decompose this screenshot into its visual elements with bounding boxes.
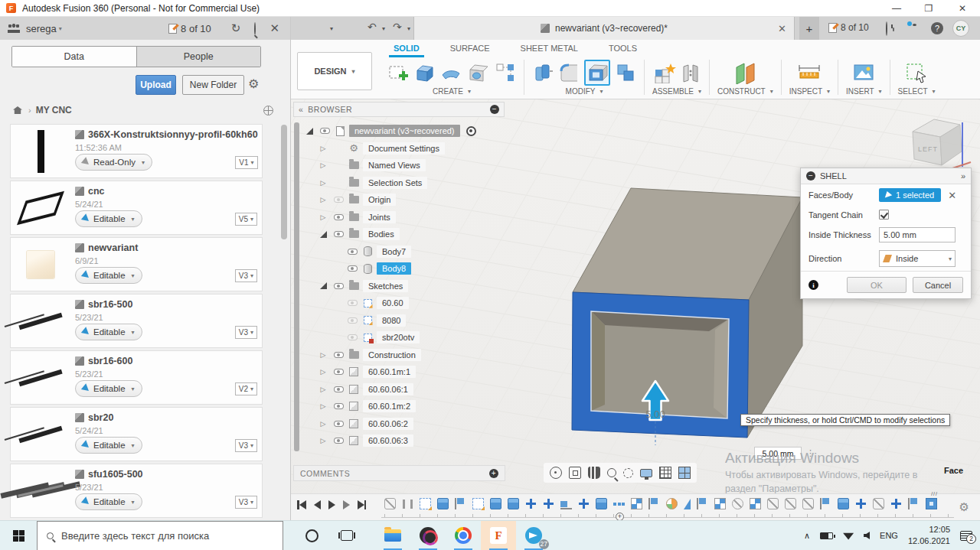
- close-button[interactable]: ✕: [949, 0, 975, 16]
- node-label[interactable]: Joints: [363, 211, 396, 223]
- search-icon[interactable]: [254, 23, 256, 34]
- new-tab-button[interactable]: +: [799, 17, 819, 40]
- avatar[interactable]: CY: [952, 20, 969, 37]
- timeline-feature-leaf-icon[interactable]: [384, 498, 396, 509]
- node-label[interactable]: 60.60.1m:1: [363, 366, 416, 378]
- access-dropdown[interactable]: Editable▾: [75, 437, 142, 454]
- browser-tree-row[interactable]: Sketches: [317, 278, 510, 295]
- timeline-feature-leaf-icon[interactable]: [767, 498, 779, 509]
- tab-surface[interactable]: SURFACE: [449, 42, 492, 57]
- browser-scrollbar[interactable]: [294, 122, 299, 451]
- panel-settings-gear-icon[interactable]: ⚙: [248, 76, 259, 91]
- view-cube[interactable]: LEFT: [896, 119, 971, 171]
- browser-tree-row[interactable]: ▷ Selection Sets: [317, 174, 510, 192]
- version-dropdown[interactable]: V3▾: [235, 326, 257, 339]
- browser-tree-row[interactable]: ▷ Origin: [317, 191, 510, 209]
- visibility-eye-icon[interactable]: [332, 231, 345, 237]
- viewport[interactable]: LEFT 5.00 « BROWSER − newvariant (v3~rec…: [291, 99, 980, 520]
- breadcrumb-folder[interactable]: MY CNC: [36, 105, 72, 116]
- project-card[interactable]: sbr16-600 5/23/21 Editable▾ V2▾: [10, 350, 263, 405]
- job-status-clock-icon[interactable]: [886, 22, 887, 36]
- media-app-button[interactable]: [410, 521, 446, 550]
- timeline-feature-revolve-icon[interactable]: [666, 498, 678, 509]
- timeline-feature-move-icon[interactable]: [578, 498, 590, 509]
- construct-plane-icon[interactable]: [732, 61, 758, 84]
- node-label[interactable]: 60.60: [377, 297, 409, 309]
- timeline-feature-shell-icon[interactable]: [926, 498, 937, 509]
- timeline-feature-leaf-icon[interactable]: [802, 498, 814, 509]
- visibility-eye-icon[interactable]: [332, 403, 345, 409]
- inspect-group-label[interactable]: INSPECT▾: [789, 87, 830, 96]
- timeline-feature-flag-icon[interactable]: [908, 498, 920, 509]
- timeline-track[interactable]: [381, 517, 954, 518]
- file-explorer-button[interactable]: [375, 521, 410, 550]
- volume-icon[interactable]: [864, 532, 870, 539]
- timeline-feature-extrude-icon[interactable]: [838, 498, 849, 509]
- expand-icon[interactable]: ▷: [317, 420, 329, 428]
- expand-icon[interactable]: ▷: [317, 161, 329, 169]
- step-back-button[interactable]: [314, 500, 321, 509]
- clear-selection-icon[interactable]: ✕: [948, 190, 956, 201]
- browser-tree-row[interactable]: Body8: [331, 260, 510, 278]
- node-label[interactable]: 60.60.06:1: [363, 383, 413, 395]
- undo-icon[interactable]: ↶: [368, 21, 377, 33]
- close-panel-icon[interactable]: ✕: [270, 21, 279, 35]
- node-label[interactable]: Origin: [363, 194, 396, 206]
- visibility-eye-icon[interactable]: [346, 334, 358, 340]
- language-indicator[interactable]: ENG: [880, 531, 898, 540]
- combine-icon[interactable]: [615, 62, 636, 83]
- project-card[interactable]: 366X-Konstruktsionnyy-profil-60kh60 11:5…: [10, 124, 263, 178]
- timeline-feature-flag-icon[interactable]: [697, 498, 708, 509]
- model-body8[interactable]: [572, 188, 802, 438]
- fusion-360-taskbar-button[interactable]: F: [481, 521, 516, 550]
- browser-collapse-icon[interactable]: −: [490, 105, 499, 114]
- action-center-icon[interactable]: 2: [960, 531, 972, 541]
- data-panel-scrollbar[interactable]: [281, 125, 287, 239]
- timeline-feature-leaf-icon[interactable]: [873, 498, 884, 509]
- look-at-icon[interactable]: [569, 467, 581, 479]
- visibility-eye-icon[interactable]: [346, 300, 358, 306]
- project-card[interactable]: sbr16-500 5/23/21 Editable▾ V3▾: [10, 294, 263, 348]
- redo-icon[interactable]: ↷: [393, 21, 402, 33]
- version-dropdown[interactable]: V1▾: [235, 156, 257, 169]
- tab-data[interactable]: Data: [12, 47, 136, 67]
- browser-tree-row[interactable]: ▷ 60.60.06:3: [317, 432, 510, 450]
- cortana-button[interactable]: [294, 521, 329, 550]
- browser-panel-header[interactable]: « BROWSER −: [293, 102, 505, 117]
- node-label[interactable]: 60.60.1m:2: [363, 400, 416, 412]
- access-dropdown[interactable]: Editable▾: [75, 324, 142, 340]
- browser-tree-row[interactable]: sbr20otv: [331, 329, 510, 347]
- node-label[interactable]: newvariant (v3~recovered): [349, 125, 460, 137]
- project-card[interactable]: sfu1605-500 5/23/21 Editable▾ V3▾: [10, 464, 263, 518]
- visibility-eye-icon[interactable]: [346, 265, 358, 272]
- visibility-eye-icon[interactable]: [346, 317, 358, 324]
- play-button[interactable]: [328, 500, 335, 509]
- node-label[interactable]: Body7: [377, 246, 411, 258]
- chrome-button[interactable]: [446, 521, 481, 550]
- clock[interactable]: 12:05 12.06.2021: [908, 524, 950, 547]
- drag-handle-icon[interactable]: ⋮: [806, 448, 814, 458]
- node-label[interactable]: Bodies: [363, 228, 400, 240]
- visibility-eye-icon[interactable]: [332, 352, 345, 358]
- dialog-expand-icon[interactable]: »: [961, 171, 965, 181]
- timeline-feature-extrude-icon[interactable]: [490, 498, 501, 509]
- taskbar-search[interactable]: [37, 521, 283, 550]
- select-group-label[interactable]: SELECT▾: [898, 87, 936, 96]
- web-link-icon[interactable]: [263, 106, 273, 116]
- node-label[interactable]: Sketches: [363, 280, 408, 292]
- browser-tree-row[interactable]: newvariant (v3~recovered): [303, 122, 510, 140]
- timeline-settings-gear-icon[interactable]: ⚙: [959, 500, 969, 514]
- insert-image-icon[interactable]: [852, 63, 875, 83]
- expand-icon[interactable]: ▷: [317, 368, 329, 376]
- expand-icon[interactable]: ▷: [317, 437, 329, 444]
- refresh-icon[interactable]: ↻: [231, 21, 241, 35]
- start-button[interactable]: [0, 521, 37, 550]
- orbit-icon[interactable]: [550, 467, 562, 479]
- tangent-chain-checkbox[interactable]: [879, 210, 889, 220]
- grid-settings-icon[interactable]: [659, 467, 671, 479]
- step-forward-button[interactable]: [343, 500, 350, 509]
- go-to-end-button[interactable]: [358, 500, 367, 509]
- visibility-eye-icon[interactable]: [332, 386, 345, 392]
- workspace-selector[interactable]: DESIGN▾: [297, 52, 372, 90]
- version-dropdown[interactable]: V3▾: [235, 496, 257, 509]
